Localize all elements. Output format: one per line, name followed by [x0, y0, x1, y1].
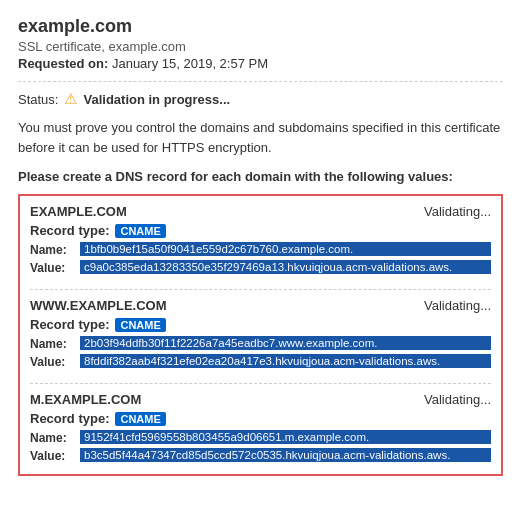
- description: You must prove you control the domains a…: [18, 118, 503, 157]
- value-label-2: Value:: [30, 354, 80, 369]
- name-label-3: Name:: [30, 430, 80, 445]
- record-type-badge-2: CNAME: [115, 318, 165, 332]
- status-row: Status: ⚠ Validation in progress...: [18, 90, 503, 108]
- name-value-1: 1bfb0b9ef15a50f9041e559d2c67b760.example…: [80, 242, 491, 256]
- name-value-2: 2b03f94ddfb30f11f2226a7a45eadbc7.www.exa…: [80, 336, 491, 350]
- name-label-1: Name:: [30, 242, 80, 257]
- divider-1: [18, 81, 503, 82]
- domain-header-2: WWW.EXAMPLE.COM Validating...: [30, 298, 491, 313]
- status-text: Validation in progress...: [83, 92, 230, 107]
- record-type-label-1: Record type:: [30, 223, 109, 238]
- name-row-2: Name: 2b03f94ddfb30f11f2226a7a45eadbc7.w…: [30, 336, 491, 351]
- name-label-2: Name:: [30, 336, 80, 351]
- record-type-row-2: Record type: CNAME: [30, 317, 491, 332]
- domain-block-1: EXAMPLE.COM Validating... Record type: C…: [30, 204, 491, 275]
- domain-name-2: WWW.EXAMPLE.COM: [30, 298, 167, 313]
- requested-date: January 15, 2019, 2:57 PM: [112, 56, 268, 71]
- record-type-label-2: Record type:: [30, 317, 109, 332]
- domain-name-3: M.EXAMPLE.COM: [30, 392, 141, 407]
- validating-badge-2: Validating...: [424, 298, 491, 313]
- record-type-row-3: Record type: CNAME: [30, 411, 491, 426]
- warning-icon: ⚠: [64, 90, 77, 108]
- status-label: Status:: [18, 92, 58, 107]
- name-row-1: Name: 1bfb0b9ef15a50f9041e559d2c67b760.e…: [30, 242, 491, 257]
- domain-header-3: M.EXAMPLE.COM Validating...: [30, 392, 491, 407]
- value-label-1: Value:: [30, 260, 80, 275]
- requested-label: Requested on:: [18, 56, 108, 71]
- value-value-1: c9a0c385eda13283350e35f297469a13.hkvuiqj…: [80, 260, 491, 274]
- requested-on: Requested on: January 15, 2019, 2:57 PM: [18, 56, 503, 71]
- domain-name-1: EXAMPLE.COM: [30, 204, 127, 219]
- validating-badge-1: Validating...: [424, 204, 491, 219]
- validating-badge-3: Validating...: [424, 392, 491, 407]
- domain-block-3: M.EXAMPLE.COM Validating... Record type:…: [30, 392, 491, 463]
- domain-divider-2: [30, 383, 491, 384]
- records-container: EXAMPLE.COM Validating... Record type: C…: [18, 194, 503, 476]
- instruction: Please create a DNS record for each doma…: [18, 169, 503, 184]
- site-title: example.com: [18, 16, 503, 37]
- record-type-row-1: Record type: CNAME: [30, 223, 491, 238]
- name-value-3: 9152f41cfd5969558b803455a9d06651.m.examp…: [80, 430, 491, 444]
- value-value-3: b3c5d5f44a47347cd85d5ccd572c0535.hkvuiqj…: [80, 448, 491, 462]
- subtitle: SSL certificate, example.com: [18, 39, 503, 54]
- domain-block-2: WWW.EXAMPLE.COM Validating... Record typ…: [30, 298, 491, 369]
- record-type-badge-3: CNAME: [115, 412, 165, 426]
- value-row-1: Value: c9a0c385eda13283350e35f297469a13.…: [30, 260, 491, 275]
- domain-header-1: EXAMPLE.COM Validating...: [30, 204, 491, 219]
- value-value-2: 8fddif382aab4f321efe02ea20a417e3.hkvuiqj…: [80, 354, 491, 368]
- value-row-3: Value: b3c5d5f44a47347cd85d5ccd572c0535.…: [30, 448, 491, 463]
- record-type-badge-1: CNAME: [115, 224, 165, 238]
- record-type-label-3: Record type:: [30, 411, 109, 426]
- domain-divider-1: [30, 289, 491, 290]
- value-row-2: Value: 8fddif382aab4f321efe02ea20a417e3.…: [30, 354, 491, 369]
- name-row-3: Name: 9152f41cfd5969558b803455a9d06651.m…: [30, 430, 491, 445]
- value-label-3: Value:: [30, 448, 80, 463]
